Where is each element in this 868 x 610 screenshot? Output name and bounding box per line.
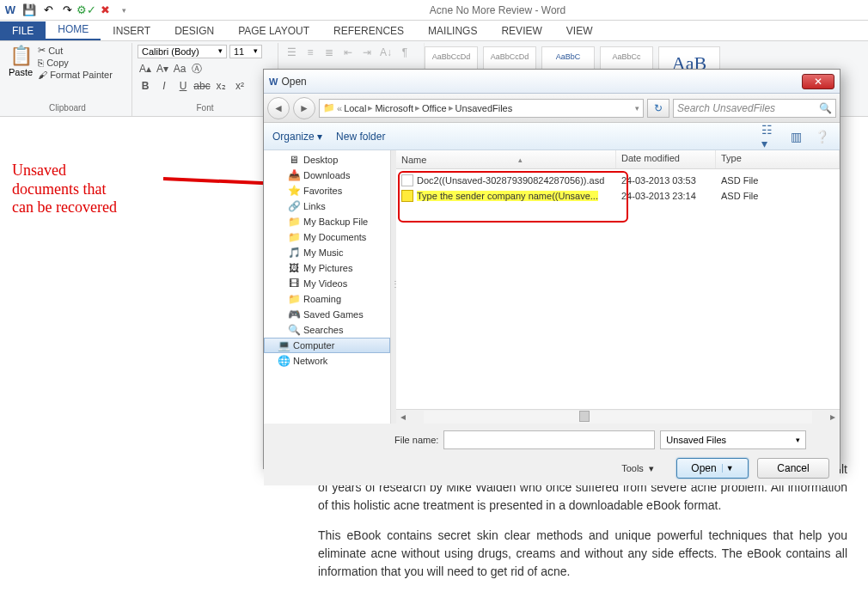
dialog-bottom: File name: Unsaved Files▾ Tools ▾ Open▼ … <box>264 424 840 485</box>
horizontal-scrollbar[interactable]: ◂ ▸ <box>396 409 840 424</box>
tab-file[interactable]: FILE <box>0 21 46 40</box>
tree-item-roaming[interactable]: 📁Roaming <box>264 291 390 307</box>
underline-button[interactable]: U <box>175 78 191 94</box>
titlebar: W 💾 ↶ ↷ ⚙✓ ✖ ▾ Acne No More Review - Wor… <box>0 0 868 21</box>
file-row[interactable]: Type the sender company name((Unsave...2… <box>396 188 840 204</box>
folder-icon: 🖥 <box>288 154 300 166</box>
tree-item-my-backup-file[interactable]: 📁My Backup File <box>264 214 390 229</box>
brush-icon: 🖌 <box>38 70 47 80</box>
grow-font-button[interactable]: A▴ <box>138 61 153 76</box>
new-folder-button[interactable]: New folder <box>336 131 385 143</box>
col-date[interactable]: Date modified <box>616 150 716 168</box>
redo-icon[interactable]: ↷ <box>60 3 74 17</box>
strike-button[interactable]: abc <box>194 78 210 94</box>
show-marks-button[interactable]: ¶ <box>397 45 413 60</box>
tree-item-desktop[interactable]: 🖥Desktop <box>264 152 390 168</box>
refresh-button[interactable]: ↻ <box>647 99 669 118</box>
format-painter-button[interactable]: 🖌Format Painter <box>38 70 113 80</box>
path-seg-1[interactable]: Microsoft <box>375 103 413 113</box>
organize-button[interactable]: Organize ▾ <box>272 131 322 143</box>
folder-icon: 🌐 <box>278 355 290 367</box>
font-group: Calibri (Body)▾ 11▾ A▴ A▾ Aa Ⓐ B I U abc… <box>132 43 278 116</box>
numbering-button[interactable]: ≡ <box>303 45 318 60</box>
shrink-font-button[interactable]: A▾ <box>155 61 170 76</box>
folder-icon: 🎮 <box>288 308 300 320</box>
folder-tree[interactable]: 🖥Desktop📥Downloads⭐Favorites🔗Links📁My Ba… <box>264 150 391 424</box>
tree-item-my-documents[interactable]: 📁My Documents <box>264 229 390 245</box>
multilevel-button[interactable]: ≣ <box>321 45 337 60</box>
tree-item-favorites[interactable]: ⭐Favorites <box>264 183 390 198</box>
tree-item-downloads[interactable]: 📥Downloads <box>264 168 390 183</box>
paste-button[interactable]: 📋 Paste <box>9 45 33 80</box>
open-button[interactable]: Open▼ <box>676 458 749 479</box>
tab-review[interactable]: REVIEW <box>489 21 553 40</box>
tree-item-computer[interactable]: 💻Computer <box>264 338 390 353</box>
tab-design[interactable]: DESIGN <box>162 21 226 40</box>
col-type[interactable]: Type <box>716 150 840 168</box>
tab-page-layout[interactable]: PAGE LAYOUT <box>226 21 321 40</box>
tab-home[interactable]: HOME <box>46 20 101 40</box>
clear-format-button[interactable]: Ⓐ <box>189 61 205 76</box>
tab-insert[interactable]: INSERT <box>101 21 162 40</box>
bullets-button[interactable]: ☰ <box>284 45 299 60</box>
tree-item-my-videos[interactable]: 🎞My Videos <box>264 276 390 291</box>
folder-icon: 📁 <box>288 216 300 228</box>
indent-dec-button[interactable]: ⇤ <box>340 45 356 60</box>
tree-item-my-pictures[interactable]: 🖼My Pictures <box>264 260 390 276</box>
folder-icon: 💻 <box>278 339 290 351</box>
path-seg-0[interactable]: Local <box>344 103 366 113</box>
tools-button[interactable]: Tools ▾ <box>621 463 654 474</box>
clipboard-group-label: Clipboard <box>9 103 126 114</box>
view-options-button[interactable]: ☷ ▾ <box>761 128 779 145</box>
bold-button[interactable]: B <box>138 78 153 94</box>
dialog-body: 🖥Desktop📥Downloads⭐Favorites🔗Links📁My Ba… <box>264 150 840 424</box>
breadcrumb[interactable]: 📁 « Local▸ Microsoft▸ Office▸ UnsavedFil… <box>319 99 644 118</box>
scroll-left-icon[interactable]: ◂ <box>396 411 410 424</box>
copy-button[interactable]: ⎘Copy <box>38 58 113 68</box>
indent-inc-button[interactable]: ⇥ <box>359 45 375 60</box>
change-case-button[interactable]: Aa <box>172 61 187 76</box>
tab-view[interactable]: VIEW <box>554 21 605 40</box>
cancel-button[interactable]: Cancel <box>757 458 829 479</box>
tree-item-links[interactable]: 🔗Links <box>264 198 390 214</box>
file-type-value: Unsaved Files <box>666 435 726 445</box>
tree-item-network[interactable]: 🌐Network <box>264 353 390 369</box>
file-row[interactable]: Doc2((Unsaved-302879390824287056)).asd24… <box>396 173 840 188</box>
ribbon-tabs: FILE HOME INSERT DESIGN PAGE LAYOUT REFE… <box>0 21 868 41</box>
qat-dropdown-icon[interactable]: ▾ <box>117 3 131 17</box>
error-icon[interactable]: ✖ <box>98 3 112 17</box>
dialog-close-button[interactable]: ✕ <box>802 74 834 89</box>
save-icon[interactable]: 💾 <box>22 3 36 17</box>
font-group-label: Font <box>138 103 272 114</box>
nav-back-button[interactable]: ◄ <box>267 97 290 119</box>
tab-references[interactable]: REFERENCES <box>321 21 416 40</box>
path-seg-2[interactable]: Office <box>422 103 447 113</box>
tree-item-searches[interactable]: 🔍Searches <box>264 322 390 338</box>
nav-forward-button[interactable]: ► <box>293 97 315 119</box>
filename-input[interactable] <box>443 430 655 449</box>
font-size-select[interactable]: 11▾ <box>229 45 262 58</box>
path-seg-3[interactable]: UnsavedFiles <box>455 103 513 113</box>
custom-icon[interactable]: ⚙✓ <box>79 3 93 17</box>
scroll-right-icon[interactable]: ▸ <box>826 411 840 424</box>
preview-pane-button[interactable]: ▥ <box>786 128 805 145</box>
cut-button[interactable]: ✂Cut <box>38 45 113 56</box>
superscript-button[interactable]: x² <box>232 78 248 94</box>
sort-button[interactable]: A↓ <box>378 45 394 60</box>
file-type-select[interactable]: Unsaved Files▾ <box>660 430 806 449</box>
subscript-button[interactable]: x₂ <box>213 78 229 94</box>
scroll-thumb[interactable] <box>579 411 590 422</box>
undo-icon[interactable]: ↶ <box>41 3 55 17</box>
cut-label: Cut <box>48 46 63 56</box>
col-name[interactable]: Name▴ <box>396 150 616 168</box>
tab-mailings[interactable]: MAILINGS <box>416 21 489 40</box>
search-input[interactable]: Search UnsavedFiles 🔍 <box>673 99 836 118</box>
tree-item-my-music[interactable]: 🎵My Music <box>264 245 390 260</box>
dialog-toolbar: Organize ▾ New folder ☷ ▾ ▥ ❔ <box>264 123 840 150</box>
file-icon <box>401 190 413 202</box>
open-dialog: W Open ✕ ◄ ► 📁 « Local▸ Microsoft▸ Offic… <box>263 69 840 469</box>
help-button[interactable]: ❔ <box>812 128 831 145</box>
italic-button[interactable]: I <box>156 78 172 94</box>
font-name-select[interactable]: Calibri (Body)▾ <box>138 45 227 58</box>
tree-item-saved-games[interactable]: 🎮Saved Games <box>264 307 390 322</box>
